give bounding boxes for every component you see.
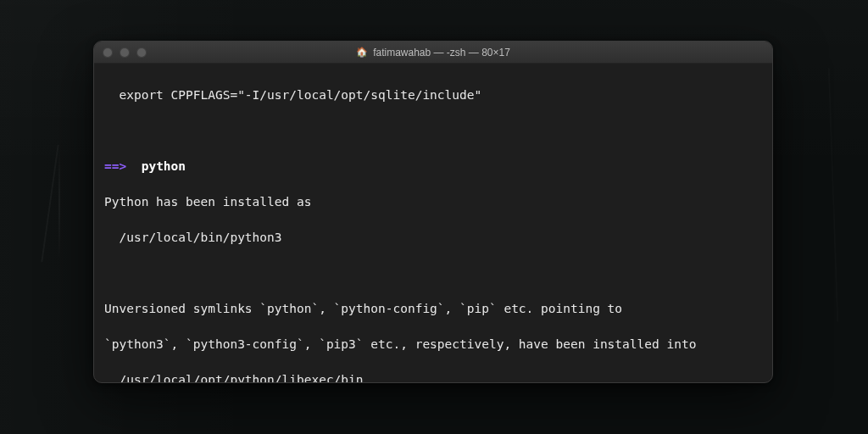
- term-line: /usr/local/opt/python/libexec/bin: [104, 371, 762, 382]
- minimize-icon[interactable]: [120, 47, 130, 58]
- caveat-title: python: [142, 159, 186, 173]
- term-caveat-header: ==> python: [104, 158, 762, 175]
- traffic-lights: [103, 47, 147, 58]
- term-line: Unversioned symlinks `python`, `python-c…: [104, 300, 762, 318]
- titlebar[interactable]: 🏠 fatimawahab — -zsh — 80×17: [94, 42, 772, 64]
- zoom-icon[interactable]: [136, 47, 147, 58]
- home-icon: 🏠: [356, 47, 368, 58]
- terminal-body[interactable]: export CPPFLAGS="-I/usr/local/opt/sqlite…: [94, 64, 772, 382]
- term-line: /usr/local/bin/python3: [104, 229, 762, 247]
- term-line: `python3`, `python3-config`, `pip3` etc.…: [104, 336, 762, 353]
- window-title-text: fatimawahab — -zsh — 80×17: [373, 47, 510, 58]
- term-line: Python has been installed as: [104, 193, 762, 211]
- close-icon[interactable]: [103, 47, 113, 58]
- term-blank: [104, 264, 762, 282]
- terminal-window: 🏠 fatimawahab — -zsh — 80×17 export CPPF…: [93, 41, 773, 383]
- arrow-icon: ==>: [104, 159, 126, 173]
- window-title: 🏠 fatimawahab — -zsh — 80×17: [94, 47, 772, 58]
- term-blank: [104, 122, 762, 140]
- term-line: export CPPFLAGS="-I/usr/local/opt/sqlite…: [104, 86, 762, 104]
